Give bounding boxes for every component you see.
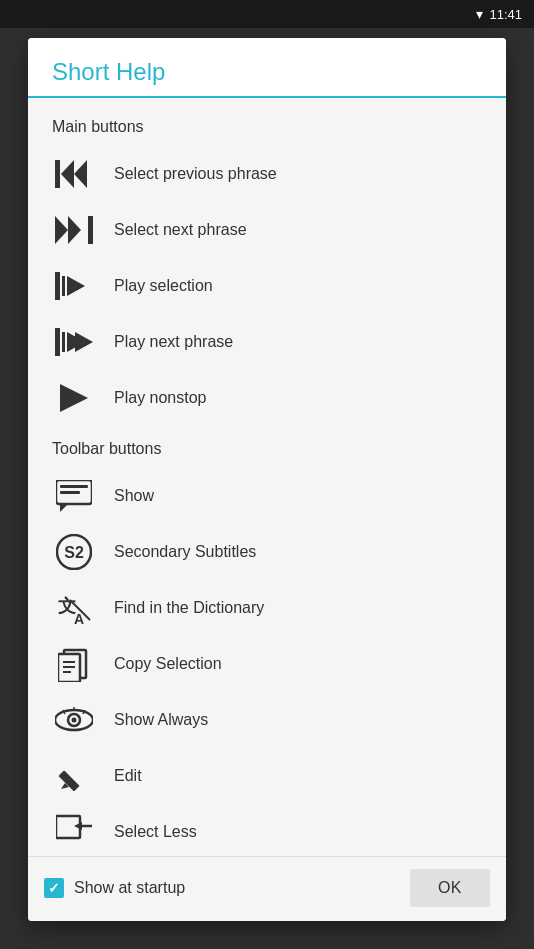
svg-marker-12 bbox=[75, 332, 93, 352]
eye-icon bbox=[52, 702, 96, 738]
show-label: Show bbox=[114, 487, 154, 505]
svg-rect-2 bbox=[55, 160, 60, 188]
svg-text:S2: S2 bbox=[64, 544, 84, 561]
list-item: Select previous phrase bbox=[52, 146, 482, 202]
play-next-icon bbox=[52, 324, 96, 360]
svg-rect-6 bbox=[55, 272, 60, 300]
pencil-icon bbox=[52, 758, 96, 794]
speech-bubble-icon bbox=[52, 478, 96, 514]
copy-selection-label: Copy Selection bbox=[114, 655, 222, 673]
dialog-title: Short Help bbox=[28, 38, 506, 98]
svg-rect-5 bbox=[88, 216, 93, 244]
ok-button[interactable]: OK bbox=[410, 869, 490, 907]
svg-rect-7 bbox=[62, 276, 65, 296]
list-item: Play selection bbox=[52, 258, 482, 314]
show-at-startup-checkbox[interactable]: ✓ bbox=[44, 878, 64, 898]
translate-icon: 文 A bbox=[52, 590, 96, 626]
show-at-startup-row[interactable]: ✓ Show at startup bbox=[44, 878, 185, 898]
list-item: Select Less bbox=[52, 804, 482, 856]
play-selection-icon bbox=[52, 268, 96, 304]
select-less-label: Select Less bbox=[114, 823, 197, 841]
svg-marker-3 bbox=[55, 216, 68, 244]
svg-marker-1 bbox=[74, 160, 87, 188]
list-item: Show bbox=[52, 468, 482, 524]
select-next-phrase-label: Select next phrase bbox=[114, 221, 247, 239]
list-item: Play next phrase bbox=[52, 314, 482, 370]
section-main-buttons: Main buttons bbox=[52, 118, 482, 136]
list-item: S2 Secondary Subtitles bbox=[52, 524, 482, 580]
list-item: Select next phrase bbox=[52, 202, 482, 258]
svg-marker-4 bbox=[68, 216, 81, 244]
svg-rect-9 bbox=[55, 328, 60, 356]
svg-point-30 bbox=[72, 718, 77, 723]
svg-marker-8 bbox=[67, 276, 85, 296]
play-nonstop-label: Play nonstop bbox=[114, 389, 207, 407]
checkmark-icon: ✓ bbox=[48, 880, 60, 896]
section-toolbar-buttons: Toolbar buttons bbox=[52, 440, 482, 458]
rewind-icon bbox=[52, 156, 96, 192]
svg-marker-13 bbox=[60, 384, 88, 412]
secondary-subtitles-label: Secondary Subtitles bbox=[114, 543, 256, 561]
svg-rect-10 bbox=[62, 332, 65, 352]
wifi-icon: ▾ bbox=[476, 6, 483, 22]
find-dictionary-label: Find in the Dictionary bbox=[114, 599, 264, 617]
dialog-footer: ✓ Show at startup OK bbox=[28, 856, 506, 921]
play-next-phrase-label: Play next phrase bbox=[114, 333, 233, 351]
svg-rect-15 bbox=[60, 485, 88, 488]
show-always-label: Show Always bbox=[114, 711, 208, 729]
list-item: Copy Selection bbox=[52, 636, 482, 692]
svg-marker-38 bbox=[74, 822, 82, 830]
list-item: Play nonstop bbox=[52, 370, 482, 426]
status-bar: ▾ 11:41 bbox=[0, 0, 534, 28]
list-item: Edit bbox=[52, 748, 482, 804]
list-item: 文 A Find in the Dictionary bbox=[52, 580, 482, 636]
dialog-body: Main buttons Select previous phrase bbox=[28, 98, 506, 856]
play-icon bbox=[52, 380, 96, 416]
svg-marker-0 bbox=[61, 160, 74, 188]
copy-icon bbox=[52, 646, 96, 682]
s2-icon: S2 bbox=[52, 534, 96, 570]
dialog: Short Help Main buttons Select previous … bbox=[28, 38, 506, 921]
list-item: Show Always bbox=[52, 692, 482, 748]
svg-rect-16 bbox=[60, 491, 80, 494]
show-at-startup-label: Show at startup bbox=[74, 879, 185, 897]
play-selection-label: Play selection bbox=[114, 277, 213, 295]
select-less-icon bbox=[52, 814, 96, 850]
time: 11:41 bbox=[489, 7, 522, 22]
select-prev-phrase-label: Select previous phrase bbox=[114, 165, 277, 183]
edit-label: Edit bbox=[114, 767, 142, 785]
fast-forward-icon bbox=[52, 212, 96, 248]
